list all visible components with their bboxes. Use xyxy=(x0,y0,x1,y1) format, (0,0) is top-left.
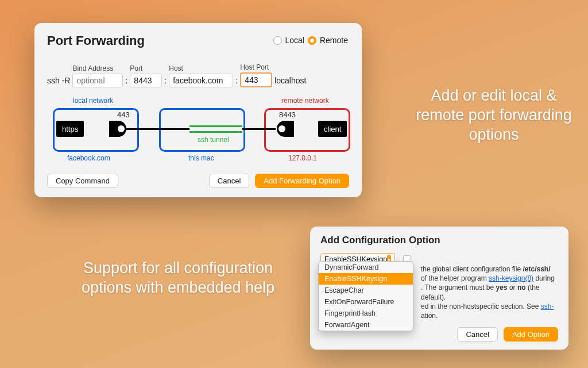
dropdown-item[interactable]: FingerprintHash xyxy=(319,308,413,319)
dropdown-item[interactable]: EscapeChar xyxy=(319,285,413,296)
add-forwarding-button[interactable]: Add Forwarding Option xyxy=(255,174,349,188)
connector-icon xyxy=(109,121,126,137)
radio-local[interactable] xyxy=(273,36,282,45)
marketing-caption-1: Add or edit local & remote port forwardi… xyxy=(413,86,574,144)
marketing-caption-2: Support for all configuration options wi… xyxy=(69,259,287,298)
help-text: the global client configuration file /et… xyxy=(421,264,558,320)
host-port-input[interactable] xyxy=(240,72,272,87)
remote-port-number: 8443 xyxy=(279,110,296,119)
help-link[interactable]: ssh-keysign(8) xyxy=(489,274,533,282)
radio-remote-label: Remote xyxy=(320,36,348,45)
ssh-tunnel-line xyxy=(189,131,242,133)
cancel-button[interactable]: Cancel xyxy=(209,174,249,188)
host-port-label: Host Port xyxy=(240,63,272,71)
local-network-label: local network xyxy=(73,97,113,105)
add-config-dialog: Add Configuration Option EnableSSHKeysig… xyxy=(310,227,568,350)
remote-network-label: remote network xyxy=(281,97,329,105)
this-mac-label: this mac xyxy=(188,154,214,162)
client-block: client xyxy=(318,121,347,137)
local-host-label: facebook.com xyxy=(67,154,110,162)
dropdown-item[interactable]: ForwardAgent xyxy=(319,319,413,331)
radio-local-label: Local xyxy=(285,36,304,45)
host-label: Host xyxy=(169,64,233,72)
port-input[interactable] xyxy=(130,74,162,87)
dialog-title: Add Configuration Option xyxy=(320,235,558,246)
connector-line xyxy=(126,128,189,130)
ssh-tunnel-label: ssh tunnel xyxy=(198,136,229,144)
remote-host-label: 127.0.0.1 xyxy=(288,154,317,162)
option-dropdown[interactable]: DynamicForward EnableSSHKeysign EscapeCh… xyxy=(318,261,413,331)
forwarding-diagram: local network remote network this mac fa… xyxy=(47,95,349,170)
connector-icon xyxy=(277,121,294,137)
separator-colon: : xyxy=(125,76,127,87)
cancel-button[interactable]: Cancel xyxy=(457,327,497,342)
port-label: Port xyxy=(130,64,162,72)
dropdown-item[interactable]: ExitOnForwardFailure xyxy=(319,296,413,308)
ssh-prefix: ssh -R xyxy=(47,76,70,87)
separator-colon: : xyxy=(235,76,238,87)
https-block: https xyxy=(56,121,84,137)
this-mac-box xyxy=(159,108,245,152)
copy-command-button[interactable]: Copy Command xyxy=(47,174,118,188)
radio-remote[interactable] xyxy=(308,36,316,45)
help-link[interactable]: ssh- xyxy=(541,302,554,310)
dropdown-item[interactable]: DynamicForward xyxy=(319,262,413,273)
add-option-button[interactable]: Add Option xyxy=(504,327,558,342)
host-input[interactable] xyxy=(169,74,233,87)
connector-line xyxy=(242,128,276,130)
dropdown-item[interactable]: EnableSSHKeysign xyxy=(319,273,413,285)
bind-address-label: Bind Address xyxy=(72,64,123,72)
separator-colon: : xyxy=(164,76,167,87)
port-forwarding-dialog: Port Forwarding Local Remote ssh -R Bind… xyxy=(34,23,362,197)
local-port-number: 443 xyxy=(117,110,130,119)
ssh-suffix: localhost xyxy=(274,76,306,87)
bind-address-input[interactable] xyxy=(72,74,123,87)
ssh-tunnel-line xyxy=(189,125,242,127)
